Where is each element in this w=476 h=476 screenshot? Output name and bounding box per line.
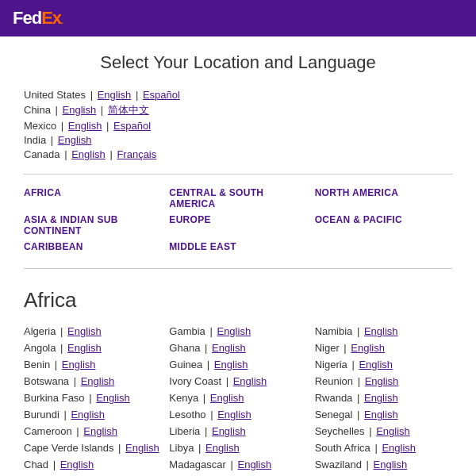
featured-row: India | English bbox=[24, 134, 452, 146]
country-item: Swaziland | English bbox=[315, 459, 452, 470]
country-lang-link[interactable]: English bbox=[364, 392, 398, 404]
country-lang-link[interactable]: English bbox=[96, 392, 130, 404]
country-lang-link[interactable]: English bbox=[237, 459, 271, 470]
country-name: Gambia bbox=[169, 325, 205, 337]
country-lang-link[interactable]: English bbox=[125, 442, 159, 454]
country-name: Burundi bbox=[24, 409, 60, 420]
lang-link[interactable]: English bbox=[68, 120, 102, 132]
country-name: Lesotho bbox=[169, 409, 205, 420]
lang-link[interactable]: English bbox=[71, 148, 106, 160]
africa-section-title: Africa bbox=[24, 288, 452, 313]
lang-link[interactable]: English bbox=[98, 89, 132, 101]
region-nav: AFRICACENTRAL & SOUTH AMERICANORTH AMERI… bbox=[24, 187, 452, 269]
country-item: Guinea | English bbox=[169, 359, 306, 370]
country-item: Lesotho | English bbox=[169, 409, 306, 420]
country-item: Rwanda | English bbox=[315, 392, 452, 404]
lang-link[interactable]: English bbox=[58, 134, 92, 146]
separator: | bbox=[62, 148, 71, 160]
country-lang-link[interactable]: English bbox=[374, 459, 408, 470]
country-item: Namibia | English bbox=[315, 325, 452, 337]
country-name: Angola bbox=[24, 342, 56, 354]
separator: | bbox=[132, 89, 141, 101]
region-nav-link[interactable]: CARIBBEAN bbox=[24, 241, 161, 252]
country-lang-link[interactable]: English bbox=[212, 425, 246, 437]
country-item: Ivory Coast | English bbox=[169, 375, 306, 387]
country-name: China bbox=[24, 104, 51, 116]
country-name: Niger bbox=[315, 342, 340, 354]
country-item: Botswana | English bbox=[24, 375, 161, 387]
country-name: Libya bbox=[169, 442, 194, 454]
logo-fed: Fed bbox=[13, 8, 41, 28]
country-lang-link[interactable]: English bbox=[212, 342, 246, 354]
country-lang-link[interactable]: English bbox=[67, 342, 102, 354]
country-lang-link[interactable]: English bbox=[364, 409, 398, 420]
country-item: Nigeria | English bbox=[315, 359, 452, 370]
logo-ex: Ex bbox=[41, 8, 61, 28]
lang-link[interactable]: 简体中文 bbox=[108, 104, 149, 116]
country-lang-link[interactable]: English bbox=[62, 359, 96, 370]
lang-link[interactable]: Español bbox=[113, 120, 151, 132]
country-item: Kenya | English bbox=[169, 392, 306, 404]
country-item: Senegal | English bbox=[315, 409, 452, 420]
page-content: Select Your Location and Language United… bbox=[0, 36, 476, 476]
region-nav-link[interactable]: OCEAN & PACIFIC bbox=[315, 214, 452, 236]
separator: | bbox=[58, 120, 67, 132]
featured-locations: United States | English | EspañolChina |… bbox=[24, 89, 452, 175]
country-lang-link[interactable]: English bbox=[81, 375, 115, 387]
country-name: Madagascar bbox=[169, 459, 226, 470]
country-name: Botswana bbox=[24, 375, 69, 387]
country-item: Seychelles | English bbox=[315, 425, 452, 437]
lang-link[interactable]: Español bbox=[143, 89, 180, 101]
region-nav-link[interactable]: AFRICA bbox=[24, 187, 161, 209]
country-lang-link[interactable]: English bbox=[351, 342, 385, 354]
country-item: Gambia | English bbox=[169, 325, 306, 337]
country-name: Ghana bbox=[169, 342, 200, 354]
lang-link[interactable]: English bbox=[63, 104, 97, 116]
country-lang-link[interactable]: English bbox=[217, 409, 251, 420]
country-name: Algeria bbox=[24, 325, 56, 337]
country-name: Senegal bbox=[315, 409, 353, 420]
region-nav-link[interactable]: MIDDLE EAST bbox=[169, 241, 306, 252]
separator: | bbox=[98, 104, 106, 116]
country-item: Chad | English bbox=[24, 459, 161, 470]
logo-dot: . bbox=[61, 17, 63, 25]
country-lang-link[interactable]: English bbox=[210, 392, 244, 404]
separator: | bbox=[48, 134, 56, 146]
country-lang-link[interactable]: English bbox=[376, 425, 410, 437]
country-lang-link[interactable]: English bbox=[217, 325, 251, 337]
separator: | bbox=[107, 148, 116, 160]
country-name: Seychelles bbox=[315, 425, 365, 437]
country-item: Cape Verde Islands | English bbox=[24, 442, 161, 454]
country-lang-link[interactable]: English bbox=[359, 359, 393, 370]
region-nav-link[interactable]: EUROPE bbox=[169, 214, 306, 236]
separator: | bbox=[87, 89, 96, 101]
country-lang-link[interactable]: English bbox=[364, 325, 398, 337]
country-lang-link[interactable]: English bbox=[214, 359, 248, 370]
country-name: Cape Verde Islands bbox=[24, 442, 113, 454]
country-lang-link[interactable]: English bbox=[365, 375, 399, 387]
fedex-logo: FedEx. bbox=[13, 8, 63, 29]
lang-link[interactable]: Français bbox=[117, 148, 156, 160]
region-nav-link[interactable]: NORTH AMERICA bbox=[315, 187, 452, 209]
region-nav-link[interactable]: CENTRAL & SOUTH AMERICA bbox=[169, 187, 306, 209]
country-item: Burkina Faso | English bbox=[24, 392, 161, 404]
country-name: India bbox=[24, 134, 46, 146]
country-lang-link[interactable]: English bbox=[60, 459, 94, 470]
africa-country-grid: Algeria | EnglishGambia | EnglishNamibia… bbox=[24, 325, 452, 472]
country-name: Kenya bbox=[169, 392, 198, 404]
header: FedEx. bbox=[0, 0, 476, 36]
separator: | bbox=[103, 120, 112, 132]
country-lang-link[interactable]: English bbox=[71, 409, 105, 420]
country-name: Liberia bbox=[169, 425, 200, 437]
region-nav-link[interactable]: ASIA & INDIAN SUB CONTINENT bbox=[24, 214, 161, 236]
country-name: Burkina Faso bbox=[24, 392, 85, 404]
country-lang-link[interactable]: English bbox=[382, 442, 416, 454]
country-lang-link[interactable]: English bbox=[83, 425, 117, 437]
country-lang-link[interactable]: English bbox=[233, 375, 267, 387]
country-lang-link[interactable]: English bbox=[67, 325, 102, 337]
country-name: Reunion bbox=[315, 375, 353, 387]
country-lang-link[interactable]: English bbox=[205, 442, 240, 454]
country-item: Madagascar | English bbox=[169, 459, 306, 470]
featured-row: Mexico | English | Español bbox=[24, 120, 452, 132]
featured-row: China | English | 简体中文 bbox=[24, 103, 452, 117]
